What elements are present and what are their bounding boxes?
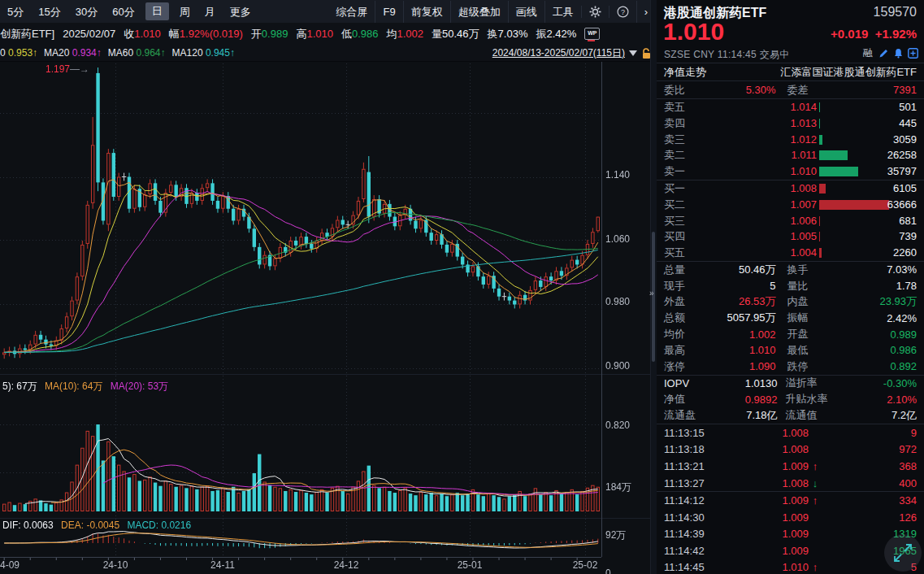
bid-row: 买三1.006681 — [657, 213, 924, 229]
field-turnover: 换7.03% — [488, 27, 528, 41]
bid-row: 买五1.0042260 — [657, 245, 924, 261]
ma-legend-bar: 0 0.953↑ MA20 0.934↑ MA60 0.964↑ MA120 0… — [0, 45, 655, 61]
symbol-label: 创新药ETF] — [0, 27, 54, 41]
ask-row: 卖三1.0123059 — [657, 132, 924, 148]
alert-bell-icon[interactable] — [893, 48, 904, 59]
last-price: 1.010 — [663, 18, 724, 46]
field-amplitude: 振2.42% — [536, 27, 576, 41]
kline-canvas[interactable] — [0, 62, 650, 574]
tick-row: 11:14:301.009126 — [657, 509, 924, 526]
x-axis-label: 25-02 — [567, 559, 603, 571]
volume-axis-label: 184万 — [605, 481, 631, 494]
tick-row: 11:14:451.010↑5 — [657, 559, 924, 574]
stats-row: 总额5057.95万振幅2.42% — [657, 310, 924, 326]
wp-badge-icon[interactable]: WP — [584, 28, 600, 40]
volume-axis-label: 92万 — [605, 528, 626, 542]
chevron-down-icon[interactable] — [629, 50, 637, 56]
ask-row: 卖二1.01126258 — [657, 147, 924, 163]
bid-row: 买一1.0086105 — [657, 180, 924, 197]
iopv-row: IOPV1.0130溢折率-0.30% — [657, 376, 924, 392]
stats-row: 总量50.46万换手7.03% — [657, 262, 924, 278]
add-icon[interactable] — [908, 48, 918, 59]
edit-icon[interactable] — [878, 48, 889, 59]
stock-code: 159570 — [874, 5, 917, 20]
tick-row: 11:13:181.008972 — [657, 441, 924, 459]
commission-ratio-row: 委比5.30% 委差7391 — [657, 81, 924, 99]
margin-badge: 融 — [863, 46, 873, 60]
tick-row: 11:14:121.009↑334 — [657, 492, 924, 509]
f9-button[interactable]: F9 — [375, 1, 402, 23]
stats-row: 涨停1.090跌停0.892 — [657, 359, 924, 375]
y-axis-label: 0.820 — [605, 420, 630, 431]
tick-row: 11:13:151.0089 — [657, 424, 924, 441]
tab-monthly[interactable]: 月 — [197, 1, 223, 23]
ma60-legend: MA60 0.964↑ — [108, 47, 166, 59]
ma10-legend: 0 0.953↑ — [0, 47, 37, 59]
field-avg: 均1.002 — [387, 27, 424, 41]
settings-button[interactable] — [581, 6, 609, 18]
ma20-legend: MA20 0.934↑ — [44, 47, 102, 59]
tick-row: 11:14:391.0091319 — [657, 526, 924, 543]
field-close: 收1.010 — [124, 27, 161, 41]
volume-axis-label: 0 — [605, 567, 611, 574]
expand-arrows-icon — [892, 542, 913, 563]
volume-ma-legend: 5): 67万 MA(10): 64万 MA(20): 53万 — [2, 380, 173, 394]
price-change: +0.019 +1.92% — [831, 27, 917, 41]
tab-30min[interactable]: 30分 — [68, 1, 105, 23]
x-axis-label: 25-01 — [452, 559, 488, 571]
x-axis-label: 24-10 — [98, 559, 133, 571]
tab-15min[interactable]: 15分 — [31, 1, 67, 23]
top-toolbar: 5分 15分 30分 60分 日 周 月 更多 综合屏 F9 前复权 超级叠加 … — [0, 0, 655, 24]
tab-60min[interactable]: 60分 — [105, 1, 141, 23]
bid-row: 买二1.00763666 — [657, 197, 924, 213]
quote-date: 2025/02/07 — [63, 28, 115, 40]
ask-levels: 卖五1.014501 卖四1.013445 卖三1.0123059 卖二1.01… — [657, 99, 924, 180]
tab-daily[interactable]: 日 — [145, 2, 169, 20]
x-axis-label: 24-11 — [205, 559, 241, 571]
svg-text:?: ? — [621, 7, 625, 15]
quote-panel: 港股通创新药ETF 159570 1.010 +0.019 +1.92% SZS… — [657, 0, 924, 574]
iopv-row: 净值0.9892升贴水率2.10% — [657, 391, 924, 407]
y-axis-label: 1.140 — [605, 169, 630, 180]
bid-row: 买四1.005739 — [657, 228, 924, 245]
ask-row: 卖四1.013445 — [657, 115, 924, 132]
peak-price-annotation: 1.197—→ — [46, 63, 89, 75]
super-overlay-button[interactable]: 超级叠加 — [450, 1, 508, 23]
tools-button[interactable]: 工具 — [544, 1, 581, 23]
ma120-legend: MA120 0.945↑ — [172, 47, 235, 59]
y-axis-label: 0.900 — [605, 360, 630, 372]
y-axis-label: 0.980 — [605, 296, 630, 307]
stats-row: 现手5量比1.78 — [657, 278, 924, 294]
tab-more[interactable]: 更多 — [223, 1, 258, 23]
field-open: 开0.989 — [251, 27, 288, 41]
gear-icon — [589, 6, 601, 18]
collapse-panel-icon[interactable]: » — [649, 289, 654, 298]
iopv-block: IOPV1.0130溢折率-0.30% 净值0.9892升贴水率2.10% 流通… — [657, 376, 924, 424]
date-range-selector[interactable]: 2024/08/13-2025/02/07(115日) — [492, 46, 625, 60]
draw-line-button[interactable]: 画线 — [508, 1, 544, 23]
help-icon: ? — [617, 6, 629, 18]
quote-info-bar: 创新药ETF] 2025/02/07 收1.010 幅1.92%(0.019) … — [0, 23, 655, 45]
tick-row: 11:13:271.008↓400 — [657, 475, 924, 493]
help-button[interactable]: ? — [609, 6, 636, 18]
expand-button[interactable] — [884, 534, 922, 572]
field-amplitude-chg: 幅1.92%(0.019) — [169, 27, 243, 41]
x-axis-label: 24-12 — [328, 559, 364, 571]
macd-legend: DIF: 0.0063 DEA: -0.0045 MACD: 0.0216 — [2, 520, 196, 531]
x-axis-label: 4-09 — [0, 559, 28, 571]
composite-screen-button[interactable]: 综合屏 — [328, 1, 375, 23]
kline-chart-area[interactable]: 1.197—→ 1.140 1.060 0.980 0.900 0.820 18… — [0, 62, 650, 574]
nav-row[interactable]: 净值走势 汇添富国证港股通创新药ETF — [657, 63, 924, 81]
exchange-status: SZSE CNY 11:14:45 交易中 — [664, 48, 790, 62]
bid-levels: 买一1.0086105 买二1.00763666 买三1.006681 买四1.… — [657, 180, 924, 262]
ask-row: 卖五1.014501 — [657, 99, 924, 115]
tab-weekly[interactable]: 周 — [172, 1, 197, 23]
stats-row: 外盘26.53万内盘23.93万 — [657, 294, 924, 311]
stats-block: 总量50.46万换手7.03% 现手5量比1.78 外盘26.53万内盘23.9… — [657, 262, 924, 376]
y-axis-label: 1.060 — [605, 233, 630, 245]
iopv-row: 流通盘7.18亿流通值7.2亿 — [657, 407, 924, 424]
forward-adjust-button[interactable]: 前复权 — [403, 1, 450, 23]
stats-row: 最高1.010最低0.986 — [657, 342, 924, 359]
tab-5min[interactable]: 5分 — [0, 1, 31, 23]
field-high: 高1.010 — [296, 27, 333, 41]
